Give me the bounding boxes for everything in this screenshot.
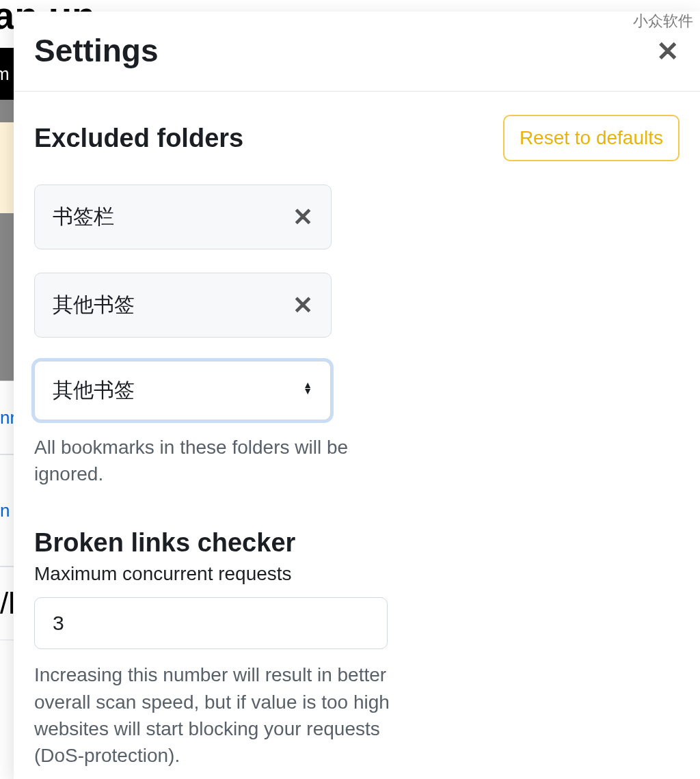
broken-links-title: Broken links checker <box>34 528 679 558</box>
reset-defaults-button[interactable]: Reset to defaults <box>503 115 679 161</box>
modal-header: Settings ✕ <box>14 12 700 92</box>
modal-body: Excluded folders Reset to defaults 书签栏 ✕… <box>14 92 700 779</box>
excluded-folder-tag: 其他书签 ✕ <box>34 273 332 338</box>
max-requests-label: Maximum concurrent requests <box>34 563 679 585</box>
excluded-folders-header: Excluded folders Reset to defaults <box>34 115 679 161</box>
max-requests-value: 3 <box>53 612 64 634</box>
modal-title: Settings <box>34 32 158 69</box>
settings-modal: Settings ✕ Excluded folders Reset to def… <box>14 12 700 779</box>
remove-tag-icon[interactable]: ✕ <box>293 293 313 318</box>
excluded-folder-label: 书签栏 <box>53 203 114 231</box>
excluded-folders-title: Excluded folders <box>34 124 243 153</box>
select-arrows-icon: ▲ ▼ <box>303 385 312 397</box>
bg-link-2: n <box>0 500 10 521</box>
folder-select-dropdown[interactable]: 其他书签 ▲ ▼ <box>34 361 331 420</box>
folder-select-value: 其他书签 <box>53 377 135 405</box>
max-requests-help: Increasing this number will result in be… <box>34 661 396 769</box>
excluded-folder-tag: 书签栏 ✕ <box>34 184 332 249</box>
remove-tag-icon[interactable]: ✕ <box>293 205 313 230</box>
excluded-folders-help: All bookmarks in these folders will be i… <box>34 434 362 487</box>
bg-bar-text: m <box>0 64 10 85</box>
max-requests-input[interactable]: 3 <box>34 597 388 649</box>
watermark-text: 小众软件 <box>633 11 693 31</box>
excluded-folder-label: 其他书签 <box>53 291 135 319</box>
bg-path: /l <box>0 586 15 620</box>
close-icon[interactable]: ✕ <box>656 38 679 65</box>
